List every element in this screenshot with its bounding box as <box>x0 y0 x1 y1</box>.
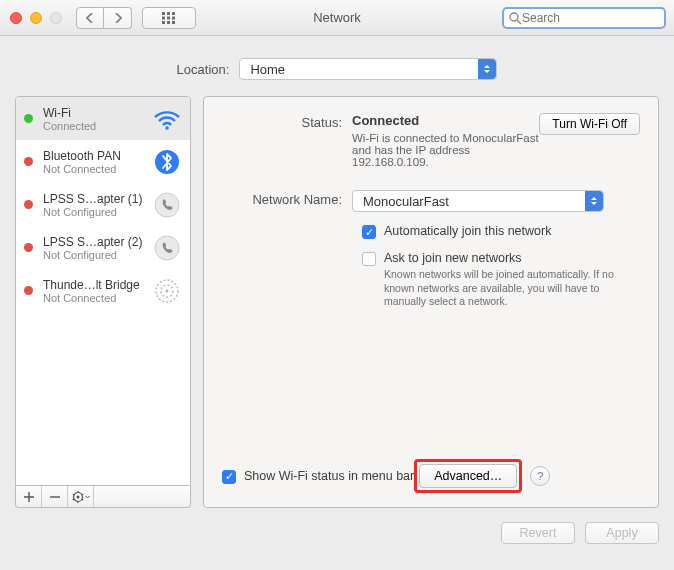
status-dot-icon <box>24 243 33 252</box>
close-window-button[interactable] <box>10 12 22 24</box>
svg-rect-0 <box>162 12 165 15</box>
network-name-select[interactable]: MonocularFast <box>352 190 604 212</box>
status-value: Connected <box>352 113 539 128</box>
svg-rect-1 <box>167 12 170 15</box>
ask-join-description: Known networks will be joined automatica… <box>384 268 624 309</box>
status-dot-icon <box>24 114 33 123</box>
phone-icon <box>152 190 182 220</box>
sidebar-item-status: Not Connected <box>43 163 150 175</box>
svg-rect-4 <box>167 16 170 19</box>
sidebar-item-label: Wi-Fi <box>43 106 150 120</box>
network-name-value: MonocularFast <box>363 194 449 209</box>
location-row: Location: Home <box>0 36 674 96</box>
nav-buttons <box>76 7 132 29</box>
main-panel: Wi-Fi Connected Bluetooth PAN Not Connec… <box>15 96 659 508</box>
svg-point-9 <box>510 13 518 21</box>
sidebar-footer <box>15 486 191 508</box>
sidebar-item-bluetooth-pan[interactable]: Bluetooth PAN Not Connected <box>16 140 190 183</box>
svg-point-13 <box>155 193 179 217</box>
ask-join-checkbox[interactable] <box>362 252 376 266</box>
phone-icon <box>152 233 182 263</box>
turn-wifi-off-button[interactable]: Turn Wi-Fi Off <box>539 113 640 135</box>
window-controls <box>10 12 62 24</box>
wifi-icon <box>152 104 182 134</box>
status-dot-icon <box>24 200 33 209</box>
sidebar-item-text: LPSS S…apter (2) Not Configured <box>43 235 150 261</box>
ask-join-label: Ask to join new networks <box>384 251 624 265</box>
auto-join-checkbox[interactable] <box>362 225 376 239</box>
svg-rect-6 <box>162 21 165 24</box>
svg-rect-7 <box>167 21 170 24</box>
location-select[interactable]: Home <box>239 58 497 80</box>
location-value: Home <box>250 62 285 77</box>
add-interface-button[interactable] <box>16 486 42 507</box>
sidebar-footer-spacer <box>94 486 190 507</box>
sidebar-item-thunderbolt-bridge[interactable]: Thunde…lt Bridge Not Connected <box>16 269 190 312</box>
minus-icon <box>50 492 60 502</box>
sidebar-item-text: Bluetooth PAN Not Connected <box>43 149 150 175</box>
sidebar-item-lpss-2[interactable]: LPSS S…apter (2) Not Configured <box>16 226 190 269</box>
apply-button[interactable]: Apply <box>585 522 659 544</box>
revert-button[interactable]: Revert <box>501 522 575 544</box>
sidebar-item-label: LPSS S…apter (1) <box>43 192 150 206</box>
status-dot-icon <box>24 286 33 295</box>
svg-rect-8 <box>172 21 175 24</box>
search-input[interactable] <box>522 11 672 25</box>
sidebar-item-lpss-1[interactable]: LPSS S…apter (1) Not Configured <box>16 183 190 226</box>
chevron-left-icon <box>86 13 94 23</box>
select-stepper-icon <box>478 59 496 79</box>
auto-join-label: Automatically join this network <box>384 224 551 238</box>
sidebar-item-status: Not Configured <box>43 249 150 261</box>
show-menubar-checkbox[interactable] <box>222 470 236 484</box>
back-button[interactable] <box>76 7 104 29</box>
ask-join-row: Ask to join new networks Known networks … <box>362 251 640 309</box>
network-name-label: Network Name: <box>222 190 352 207</box>
interfaces-sidebar: Wi-Fi Connected Bluetooth PAN Not Connec… <box>15 96 191 486</box>
grid-icon <box>162 12 176 24</box>
show-all-button[interactable] <box>142 7 196 29</box>
gear-dropdown-icon <box>72 491 90 503</box>
status-label: Status: <box>222 113 352 130</box>
detail-panel: Status: Connected Wi-Fi is connected to … <box>203 96 659 508</box>
status-description: Wi-Fi is connected to MonocularFast and … <box>352 132 539 168</box>
show-menubar-label: Show Wi-Fi status in menu bar <box>244 469 414 483</box>
footer-buttons: Revert Apply <box>0 522 659 544</box>
select-stepper-icon <box>585 191 603 211</box>
bluetooth-icon <box>152 147 182 177</box>
sidebar-container: Wi-Fi Connected Bluetooth PAN Not Connec… <box>15 96 191 508</box>
svg-rect-2 <box>172 12 175 15</box>
chevron-right-icon <box>114 13 122 23</box>
sidebar-item-status: Connected <box>43 120 150 132</box>
help-button[interactable]: ? <box>530 466 550 486</box>
svg-point-11 <box>165 126 169 130</box>
sidebar-item-label: Bluetooth PAN <box>43 149 150 163</box>
status-dot-icon <box>24 157 33 166</box>
svg-point-19 <box>76 495 79 498</box>
sidebar-item-status: Not Connected <box>43 292 150 304</box>
forward-button[interactable] <box>104 7 132 29</box>
sidebar-item-text: LPSS S…apter (1) Not Configured <box>43 192 150 218</box>
search-field[interactable] <box>502 7 666 29</box>
minimize-window-button[interactable] <box>30 12 42 24</box>
plus-icon <box>24 492 34 502</box>
svg-rect-5 <box>172 16 175 19</box>
advanced-highlight: Advanced… <box>414 459 522 493</box>
remove-interface-button[interactable] <box>42 486 68 507</box>
svg-rect-3 <box>162 16 165 19</box>
titlebar: Network <box>0 0 674 36</box>
sidebar-item-label: Thunde…lt Bridge <box>43 278 150 292</box>
sidebar-item-status: Not Configured <box>43 206 150 218</box>
show-menubar-row: Show Wi-Fi status in menu bar <box>222 469 414 484</box>
svg-point-17 <box>166 289 169 292</box>
svg-line-10 <box>517 20 521 24</box>
sidebar-item-wifi[interactable]: Wi-Fi Connected <box>16 97 190 140</box>
interface-action-menu[interactable] <box>68 486 94 507</box>
auto-join-row: Automatically join this network <box>362 224 640 239</box>
search-icon <box>508 11 522 25</box>
sidebar-item-text: Wi-Fi Connected <box>43 106 150 132</box>
zoom-window-button[interactable] <box>50 12 62 24</box>
sidebar-item-text: Thunde…lt Bridge Not Connected <box>43 278 150 304</box>
advanced-button[interactable]: Advanced… <box>419 464 517 488</box>
location-label: Location: <box>177 62 230 77</box>
sidebar-item-label: LPSS S…apter (2) <box>43 235 150 249</box>
